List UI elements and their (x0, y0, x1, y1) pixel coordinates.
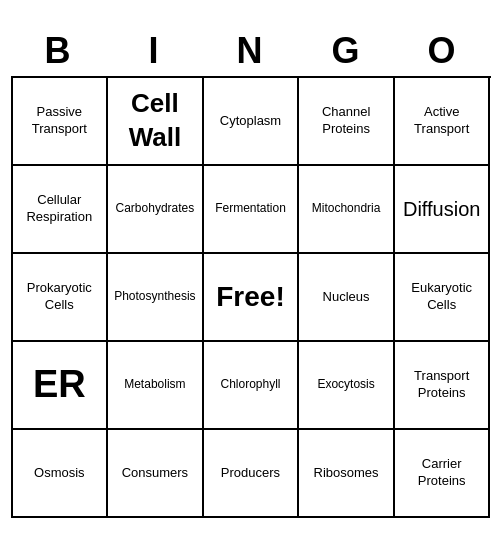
bingo-cell-24[interactable]: Carrier Proteins (395, 430, 491, 518)
bingo-cell-15[interactable]: ER (13, 342, 109, 430)
header-b: B (11, 26, 107, 76)
header-n: N (203, 26, 299, 76)
bingo-cell-19[interactable]: Transport Proteins (395, 342, 491, 430)
bingo-cell-0[interactable]: Passive Transport (13, 78, 109, 166)
header-i: I (107, 26, 203, 76)
bingo-cell-2[interactable]: Cytoplasm (204, 78, 300, 166)
bingo-cell-14[interactable]: Eukaryotic Cells (395, 254, 491, 342)
bingo-cell-5[interactable]: Cellular Respiration (13, 166, 109, 254)
bingo-cell-8[interactable]: Mitochondria (299, 166, 395, 254)
bingo-cell-4[interactable]: Active Transport (395, 78, 491, 166)
bingo-header: B I N G O (11, 26, 491, 76)
bingo-grid: Passive TransportCell WallCytoplasmChann… (11, 76, 491, 518)
bingo-cell-3[interactable]: Channel Proteins (299, 78, 395, 166)
bingo-cell-9[interactable]: Diffusion (395, 166, 491, 254)
header-g: G (299, 26, 395, 76)
bingo-cell-16[interactable]: Metabolism (108, 342, 204, 430)
bingo-cell-22[interactable]: Producers (204, 430, 300, 518)
bingo-cell-21[interactable]: Consumers (108, 430, 204, 518)
bingo-cell-13[interactable]: Nucleus (299, 254, 395, 342)
bingo-cell-20[interactable]: Osmosis (13, 430, 109, 518)
bingo-cell-18[interactable]: Exocytosis (299, 342, 395, 430)
bingo-cell-1[interactable]: Cell Wall (108, 78, 204, 166)
bingo-cell-10[interactable]: Prokaryotic Cells (13, 254, 109, 342)
bingo-cell-7[interactable]: Fermentation (204, 166, 300, 254)
bingo-cell-23[interactable]: Ribosomes (299, 430, 395, 518)
bingo-card: B I N G O Passive TransportCell WallCyto… (11, 26, 491, 518)
header-o: O (395, 26, 491, 76)
bingo-cell-17[interactable]: Chlorophyll (204, 342, 300, 430)
bingo-cell-6[interactable]: Carbohydrates (108, 166, 204, 254)
bingo-cell-12[interactable]: Free! (204, 254, 300, 342)
bingo-cell-11[interactable]: Photosynthesis (108, 254, 204, 342)
